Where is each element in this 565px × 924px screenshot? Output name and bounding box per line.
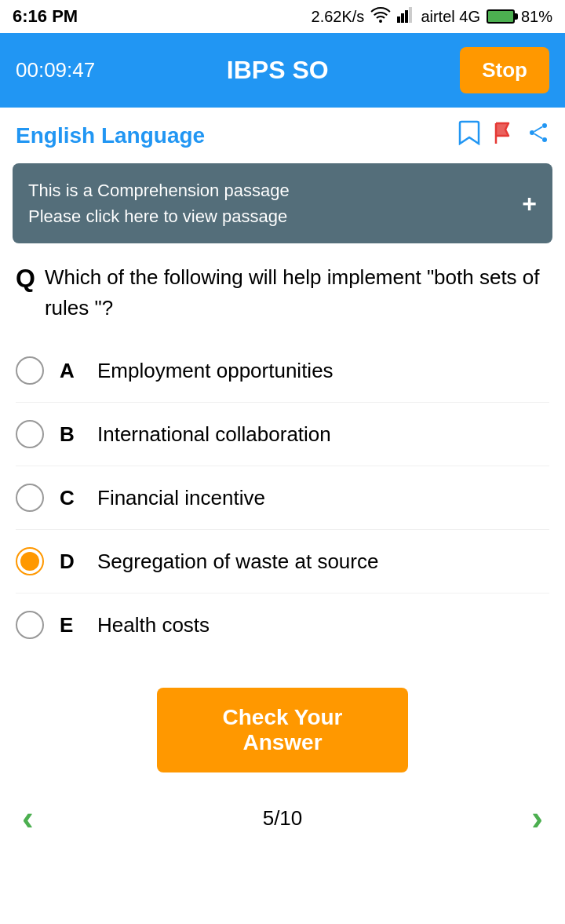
status-bar: 6:16 PM 2.62K/s airtel 4G 81% <box>0 0 565 33</box>
share-icon[interactable] <box>527 122 549 149</box>
next-button[interactable]: › <box>531 801 543 835</box>
question-row: Q Which of the following will help imple… <box>16 262 549 323</box>
option-text-a: Employment opportunities <box>97 359 334 383</box>
bookmark-icon[interactable] <box>458 120 480 151</box>
prev-button[interactable]: ‹ <box>22 801 34 835</box>
radio-d[interactable] <box>16 547 44 575</box>
svg-rect-2 <box>405 10 408 23</box>
check-answer-button[interactable]: Check Your Answer <box>157 688 408 772</box>
option-label-a: A <box>60 359 82 383</box>
battery-percent: 81% <box>521 8 552 26</box>
question-text: Which of the following will help impleme… <box>45 262 549 323</box>
passage-line1: This is a Comprehension passage <box>28 177 290 203</box>
svg-rect-1 <box>401 13 404 23</box>
radio-b[interactable] <box>16 420 44 448</box>
option-text-d: Segregation of waste at source <box>97 550 378 574</box>
svg-line-8 <box>534 134 542 139</box>
radio-inner-d <box>20 552 39 571</box>
svg-rect-0 <box>397 16 400 23</box>
passage-banner[interactable]: This is a Comprehension passage Please c… <box>13 163 552 243</box>
passage-info: This is a Comprehension passage Please c… <box>28 177 290 229</box>
navigation-bar: ‹ 5/10 › <box>0 788 565 854</box>
carrier: airtel 4G <box>421 8 480 26</box>
svg-point-6 <box>542 137 547 142</box>
status-time: 6:16 PM <box>13 6 78 27</box>
option-text-e: Health costs <box>97 613 210 637</box>
radio-a[interactable] <box>16 356 44 385</box>
option-label-b: B <box>60 422 82 447</box>
question-section: Q Which of the following will help imple… <box>0 243 565 331</box>
section-title: English Language <box>16 123 205 148</box>
options-list: A Employment opportunities B Internation… <box>0 331 565 664</box>
radio-c[interactable] <box>16 484 44 512</box>
page-indicator: 5/10 <box>263 806 303 831</box>
option-label-e: E <box>60 613 82 637</box>
radio-e[interactable] <box>16 611 44 639</box>
exam-title: IBPS SO <box>227 56 329 85</box>
option-text-c: Financial incentive <box>97 486 265 510</box>
battery-icon <box>487 9 515 24</box>
option-b[interactable]: B International collaboration <box>16 403 549 466</box>
svg-rect-3 <box>409 7 412 23</box>
wifi-icon <box>370 7 391 27</box>
passage-line2: Please click here to view passage <box>28 203 290 229</box>
option-label-c: C <box>60 486 82 510</box>
app-header: 00:09:47 IBPS SO Stop <box>0 33 565 108</box>
timer-display: 00:09:47 <box>16 58 95 82</box>
option-label-d: D <box>60 550 82 574</box>
signal-icon <box>397 7 414 27</box>
option-text-b: International collaboration <box>97 422 331 447</box>
option-a[interactable]: A Employment opportunities <box>16 339 549 403</box>
network-speed: 2.62K/s <box>312 8 365 26</box>
svg-line-7 <box>534 127 542 132</box>
svg-point-4 <box>542 123 547 128</box>
stop-button[interactable]: Stop <box>460 47 549 93</box>
svg-point-5 <box>530 130 534 135</box>
option-d[interactable]: D Segregation of waste at source <box>16 530 549 593</box>
check-answer-section: Check Your Answer <box>0 664 565 788</box>
passage-expand-icon[interactable]: + <box>522 189 537 218</box>
status-right: 2.62K/s airtel 4G 81% <box>312 7 552 27</box>
section-header: English Language <box>0 108 565 163</box>
question-label: Q <box>16 262 35 295</box>
option-e[interactable]: E Health costs <box>16 593 549 656</box>
section-action-icons <box>458 120 549 151</box>
flag-icon[interactable] <box>493 122 515 149</box>
option-c[interactable]: C Financial incentive <box>16 466 549 530</box>
